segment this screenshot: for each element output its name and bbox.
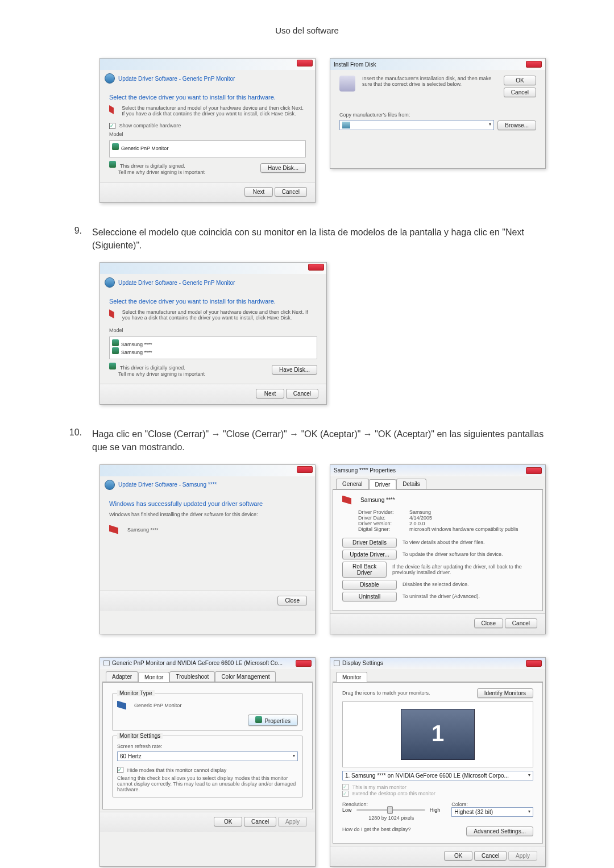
tab-monitor[interactable]: Monitor <box>336 672 367 682</box>
model-row: Generic PnP Monitor <box>121 146 168 151</box>
tab-general[interactable]: General <box>336 479 369 489</box>
copy-label: Copy manufacturer's files from: <box>339 112 536 118</box>
heading: Windows has successfully updated your dr… <box>109 500 306 507</box>
signed-link[interactable]: Tell me why driver signing is important <box>118 371 205 377</box>
tab-monitor[interactable]: Monitor <box>138 672 169 682</box>
ok-button[interactable]: OK <box>444 851 472 861</box>
show-compatible-checkbox[interactable] <box>109 123 115 129</box>
step-text: Seleccione el modelo que coincida con su… <box>92 226 546 252</box>
date-label: Driver Date: <box>358 515 409 521</box>
step-number: 10. <box>68 427 82 454</box>
apply-button[interactable]: Apply <box>508 851 537 861</box>
have-disk-button[interactable]: Have Disk... <box>272 365 317 375</box>
tab-details[interactable]: Details <box>396 479 426 489</box>
close-icon[interactable] <box>526 61 542 68</box>
main-monitor-checkbox[interactable] <box>342 784 349 790</box>
rollback-driver-button[interactable]: Roll Back Driver <box>342 562 387 578</box>
close-icon[interactable] <box>308 264 324 271</box>
subtext: Select the manufacturer and model of you… <box>122 309 317 321</box>
step-text: Haga clic en "Close (Cerrar)" → "Close (… <box>92 427 546 454</box>
cancel-button[interactable]: Cancel <box>275 187 307 197</box>
ok-button[interactable]: OK <box>504 76 536 85</box>
dialog-properties: Samsung **** Properties General Driver D… <box>330 464 546 634</box>
colors-combo[interactable]: Highest (32 bit) ▾ <box>451 807 533 817</box>
extend-desktop-checkbox[interactable] <box>342 791 349 797</box>
shield-icon <box>109 161 116 168</box>
tab-color-management[interactable]: Color Management <box>215 671 276 682</box>
close-button[interactable]: Close <box>474 618 504 628</box>
refresh-combo[interactable]: 60 Hertz ▾ <box>117 751 298 761</box>
drive-icon <box>342 122 350 128</box>
hide-modes-label: Hide modes that this monitor cannot disp… <box>127 767 227 773</box>
properties-label: Properties <box>264 718 291 724</box>
tab-troubleshoot[interactable]: Troubleshoot <box>169 671 215 682</box>
cancel-button[interactable]: Cancel <box>505 618 537 628</box>
properties-button[interactable]: Properties <box>248 715 298 726</box>
signed-link[interactable]: Tell me why driver signing is important <box>118 169 205 175</box>
signer-label: Digital Signer: <box>358 526 409 532</box>
disable-button[interactable]: Disable <box>342 580 397 589</box>
apply-button[interactable]: Apply <box>278 817 307 827</box>
identify-monitors-button[interactable]: Identify Monitors <box>477 688 533 698</box>
uninstall-button[interactable]: Uninstall <box>342 592 397 601</box>
ok-button[interactable]: OK <box>214 817 242 827</box>
chevron-down-icon: ▾ <box>528 809 530 815</box>
provider-label: Driver Provider: <box>358 509 409 515</box>
back-icon[interactable] <box>105 480 115 490</box>
cancel-button[interactable]: Cancel <box>504 88 536 97</box>
device-name: Samsung **** <box>360 497 395 503</box>
cancel-button[interactable]: Cancel <box>286 389 318 398</box>
model-row: Samsung **** <box>121 342 152 347</box>
copy-from-combo[interactable]: ▾ <box>339 120 494 130</box>
cancel-button[interactable]: Cancel <box>244 817 276 827</box>
disable-desc: Disables the selected device. <box>403 582 469 587</box>
close-icon[interactable] <box>526 660 542 667</box>
device-icon <box>342 496 351 505</box>
close-button[interactable]: Close <box>277 596 307 605</box>
close-icon[interactable] <box>297 60 313 67</box>
main-monitor-label: This is my main monitor <box>352 784 406 790</box>
update-driver-button[interactable]: Update Driver... <box>342 550 397 559</box>
monitor-icon <box>117 701 126 710</box>
install-msg: Insert the manufacturer's installation d… <box>362 76 497 87</box>
tab-adapter[interactable]: Adapter <box>106 671 138 682</box>
hide-modes-checkbox[interactable] <box>117 767 123 773</box>
next-button[interactable]: Next <box>244 187 273 197</box>
browse-button[interactable]: Browse... <box>497 121 536 130</box>
dialog-title: Update Driver Software - Samsung **** <box>118 481 217 488</box>
monitor-preview[interactable]: 1 <box>401 709 475 760</box>
dialog-driver-finished: Update Driver Software - Samsung **** Wi… <box>99 464 316 634</box>
drag-label: Drag the icons to match your monitors. <box>342 690 430 696</box>
model-listbox[interactable]: Samsung **** Samsung **** <box>109 337 317 359</box>
dialog-update-driver: Update Driver Software - Generic PnP Mon… <box>99 58 316 203</box>
next-button[interactable]: Next <box>256 389 284 398</box>
tab-driver[interactable]: Driver <box>369 479 397 489</box>
close-icon[interactable] <box>296 660 312 667</box>
refresh-label: Screen refresh rate: <box>117 744 298 749</box>
advanced-settings-button[interactable]: Advanced Settings... <box>466 827 533 836</box>
signed-label: This driver is digitally signed. <box>120 163 185 169</box>
have-disk-button[interactable]: Have Disk... <box>260 163 306 173</box>
model-label: Model <box>109 131 306 137</box>
subtext: Select the manufacturer and model of you… <box>122 105 306 117</box>
chevron-down-icon: ▾ <box>293 753 295 759</box>
model-listbox[interactable]: Generic PnP Monitor <box>109 140 306 157</box>
cancel-button[interactable]: Cancel <box>474 851 507 861</box>
best-display-link[interactable]: How do I get the best display? <box>342 827 411 836</box>
device-icon <box>109 309 114 318</box>
dialog-title: Samsung **** Properties <box>334 467 396 474</box>
driver-details-button[interactable]: Driver Details <box>342 538 397 547</box>
step-number: 9. <box>68 226 82 252</box>
resolution-slider[interactable] <box>356 809 425 811</box>
close-icon[interactable] <box>526 467 542 474</box>
subtext: Windows has finished installing the driv… <box>109 512 306 517</box>
close-icon[interactable] <box>297 466 313 473</box>
colors-value: Highest (32 bit) <box>454 809 493 815</box>
monitor-select-combo[interactable]: 1. Samsung **** on NVIDIA GeForce 6600 L… <box>342 771 533 780</box>
update-driver-desc: To update the driver software for this d… <box>403 551 503 557</box>
back-icon[interactable] <box>105 73 115 84</box>
back-icon[interactable] <box>105 277 115 288</box>
dialog-title: Display Settings <box>342 660 383 666</box>
rollback-driver-desc: If the device fails after updating the d… <box>392 564 533 575</box>
date-value: 4/14/2005 <box>409 515 432 521</box>
